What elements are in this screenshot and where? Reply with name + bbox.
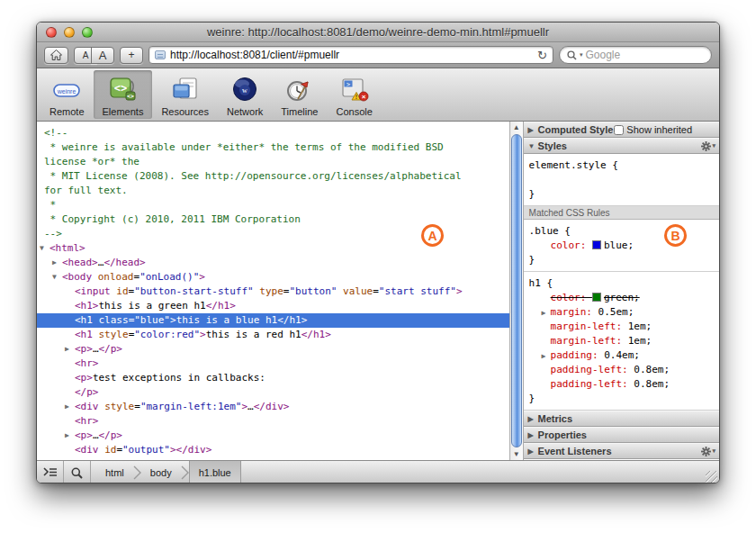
console-prompt-icon [43, 467, 58, 478]
section-metrics[interactable]: ▶ Metrics [524, 411, 719, 427]
dom-tree: <!-- * weinre is available under *either… [37, 122, 509, 460]
color-swatch[interactable] [592, 293, 601, 302]
disclosure-right-icon[interactable]: ▶ [65, 429, 75, 443]
toolbar-item-remote[interactable]: weinre Remote [40, 70, 94, 119]
rule-selector[interactable]: .blue { [529, 224, 716, 239]
search-engine-dropdown-icon[interactable]: ▾ [580, 51, 583, 59]
rule-empty-line[interactable] [529, 173, 716, 187]
color-swatch[interactable] [592, 240, 601, 249]
css-property[interactable]: padding-left: 0.8em; [529, 363, 716, 377]
titlebar[interactable]: weinre: http://localhost:8081/demo/weinr… [37, 23, 719, 42]
toolbar-label: Console [336, 106, 372, 117]
section-computed-style[interactable]: ▶ Computed Style Show inherited [524, 122, 719, 138]
resize-grip[interactable] [706, 471, 717, 483]
rule-selector[interactable]: element.style { [529, 158, 716, 173]
collapsed-disclosure-icon[interactable]: ▶ [528, 126, 538, 134]
tree-comment-line[interactable]: for full text. [37, 184, 509, 198]
css-property[interactable]: color: blue; [529, 239, 716, 253]
css-rule[interactable]: .blue {color: blue;} [524, 220, 719, 272]
annotation-a-marker: A [421, 224, 444, 247]
tree-comment-line[interactable]: * [37, 198, 509, 212]
collapsed-disclosure-icon[interactable]: ▶ [528, 415, 538, 423]
tree-node[interactable]: <hr> [37, 357, 509, 371]
breadcrumb-html[interactable]: html [96, 461, 133, 483]
show-inherited-checkbox[interactable] [614, 125, 624, 135]
gear-icon [701, 447, 711, 456]
inspect-element-button[interactable] [64, 461, 91, 483]
node-text: = [116, 444, 122, 456]
tree-comment-line[interactable]: <!-- [37, 126, 509, 140]
section-properties[interactable]: ▶ Properties [524, 427, 719, 443]
collapsed-disclosure-icon[interactable]: ▶ [528, 447, 538, 456]
event-listeners-gear-menu[interactable]: ▾ [701, 447, 716, 456]
tree-node[interactable]: ▶<p>…</p> [37, 429, 509, 443]
breadcrumb-body[interactable]: body [141, 461, 181, 483]
toolbar-item-timeline[interactable]: Timeline [272, 70, 327, 119]
address-bar[interactable]: http://localhost:8081/client/#pmuellr ↻ [148, 46, 554, 64]
increase-font-button[interactable]: A [91, 47, 114, 64]
address-bar-url[interactable]: http://localhost:8081/client/#pmuellr [170, 49, 533, 61]
search-input[interactable]: ▾ Google [559, 46, 712, 64]
node-text: </p> [99, 429, 123, 441]
expanded-disclosure-icon[interactable]: ▼ [528, 142, 538, 150]
close-window-button[interactable] [46, 27, 57, 38]
node-text: </div> [254, 401, 290, 412]
disclosure-down-icon[interactable]: ▼ [52, 270, 62, 285]
toggle-console-button[interactable] [37, 461, 64, 483]
tree-comment-line[interactable]: license *or* the [37, 155, 509, 169]
breadcrumb-h1-blue[interactable]: h1.blue [189, 461, 241, 483]
css-property[interactable]: margin-left: 1em; [529, 320, 716, 334]
toolbar-item-console[interactable]: >_ ! × Console [327, 70, 381, 119]
tree-node[interactable]: ▶<div style="margin-left:1em">…</div> [37, 400, 509, 414]
css-rule[interactable]: h1 {color: green;▶margin: 0.5em;margin-l… [524, 272, 719, 411]
browser-toolbar: A A + http://localhost:8081/client/#pmue… [37, 42, 719, 68]
css-property[interactable]: padding-left: 0.8em; [529, 377, 716, 392]
styles-gear-menu[interactable]: ▾ [701, 141, 716, 151]
disclosure-right-icon[interactable]: ▶ [65, 342, 75, 357]
tree-node[interactable]: <h1 style="color:red">this is a red h1</… [37, 328, 509, 342]
disclosure-right-icon[interactable]: ▶ [65, 400, 75, 414]
property-disclosure-icon[interactable]: ▶ [542, 306, 551, 321]
matched-rules-list: .blue {color: blue;}h1 {color: green;▶ma… [524, 220, 719, 411]
disclosure-right-icon[interactable]: ▶ [52, 256, 62, 270]
node-text: <p> [75, 429, 93, 441]
node-text: <div [75, 444, 104, 456]
css-property[interactable]: ▶padding: 0.4em; [529, 348, 716, 363]
css-property[interactable]: color: green; [529, 291, 716, 305]
tree-comment-line[interactable]: * Copyright (c) 2010, 2011 IBM Corporati… [37, 212, 509, 227]
disclosure-down-icon[interactable]: ▼ [40, 241, 50, 256]
collapsed-disclosure-icon[interactable]: ▶ [528, 431, 538, 439]
tree-node[interactable]: <div id="output"></div> [37, 443, 509, 457]
tree-node[interactable]: <input id="button-start-stuff" type="but… [37, 285, 509, 299]
comment-text: * [44, 199, 56, 211]
tree-node[interactable]: ▶<head>…</head> [37, 256, 509, 270]
scroll-up-icon[interactable]: ▲ [510, 123, 523, 131]
minimize-window-button[interactable] [64, 27, 75, 38]
tree-node[interactable]: </p> [37, 385, 509, 400]
tree-node[interactable]: ▼<body onload="onLoad()"> [37, 270, 509, 285]
css-property[interactable]: ▶margin: 0.5em; [529, 305, 716, 320]
tree-node[interactable]: <p>test exceptions in callbacks: [37, 371, 509, 385]
tree-comment-line[interactable]: * MIT License (2008). See http://opensou… [37, 169, 509, 184]
home-button[interactable] [44, 47, 68, 64]
tree-node[interactable]: ▶<p>…</p> [37, 342, 509, 357]
toolbar-item-network[interactable]: w Network [218, 70, 272, 119]
toolbar-item-elements[interactable]: <> <> Elements [94, 70, 153, 119]
tree-scrollbar[interactable]: ▲ ▼ [509, 122, 524, 460]
css-property[interactable]: margin-left: 1em; [529, 334, 716, 348]
rule-selector[interactable]: h1 { [529, 276, 716, 291]
tree-node[interactable]: <h1 class="blue">this is a blue h1</h1> [37, 313, 509, 328]
tree-node[interactable]: <hr> [37, 414, 509, 429]
element-style-rule[interactable]: element.style { } [524, 154, 719, 206]
scroll-down-icon[interactable]: ▼ [510, 450, 523, 458]
tree-comment-line[interactable]: * weinre is available under *either* the… [37, 140, 509, 155]
reload-icon[interactable]: ↻ [537, 49, 547, 62]
tree-node[interactable]: <h1>this is a green h1</h1> [37, 299, 509, 313]
new-tab-button[interactable]: + [120, 47, 143, 64]
section-event-listeners[interactable]: ▶ Event Listeners ▾ [524, 443, 719, 459]
zoom-window-button[interactable] [82, 27, 93, 38]
toolbar-item-resources[interactable]: Resources [152, 70, 218, 119]
scrollbar-thumb[interactable] [511, 134, 522, 447]
section-styles[interactable]: ▼ Styles ▾ [524, 138, 719, 154]
property-disclosure-icon[interactable]: ▶ [542, 349, 551, 364]
